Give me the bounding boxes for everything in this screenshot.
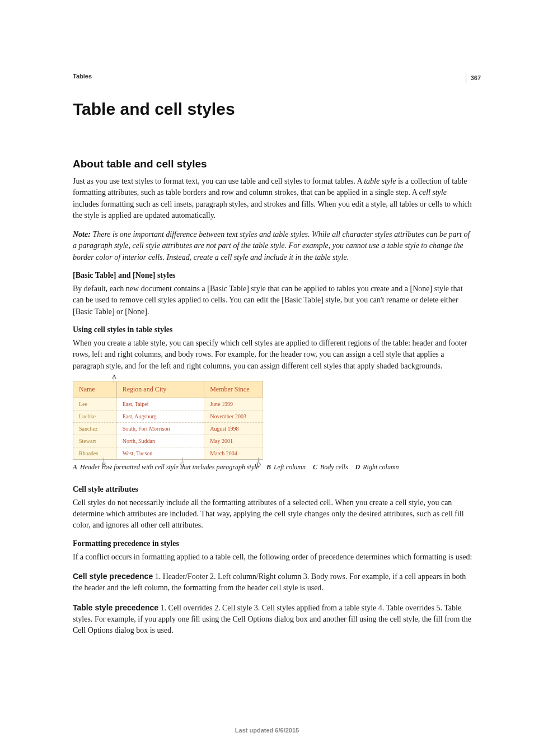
- caption-a-label: A: [73, 463, 77, 471]
- cell-region: West, Tucson: [116, 447, 204, 459]
- figure-tick-a: [114, 379, 114, 383]
- cell-name: Luebke: [73, 410, 117, 422]
- caption-d-text: Right column: [363, 463, 399, 471]
- note-paragraph: Note: There is one important difference …: [73, 229, 472, 263]
- intro-pre: Just as you use text styles to format te…: [73, 177, 364, 185]
- caption-a-text: Header row formatted with cell style tha…: [80, 463, 259, 471]
- table-row: Luebke East, Augsburg November 2003: [73, 410, 263, 422]
- cell-member: June 1999: [204, 398, 263, 410]
- subhead-using-cell-styles: Using cell styles in table styles: [73, 325, 472, 334]
- table-row: Sanchez South, Fort Morrison August 1998: [73, 422, 263, 435]
- sample-th-member: Member Since: [204, 381, 263, 398]
- footer-last-updated: Last updated 6/6/2015: [0, 727, 534, 734]
- cell-name: Stewart: [73, 435, 117, 447]
- cell-style-precedence-label: Cell style precedence: [73, 572, 153, 581]
- page-number: 367: [466, 73, 481, 83]
- cell-region: South, Fort Morrison: [116, 422, 204, 435]
- subhead-basic-table: [Basic Table] and [None] styles: [73, 271, 472, 280]
- caption-c-text: Body cells: [320, 463, 348, 471]
- cell-name: Rhoades: [73, 447, 117, 459]
- subhead-formatting-precedence: Formatting precedence in styles: [73, 539, 472, 548]
- caption-b-label: B: [266, 463, 271, 471]
- body-using-cell-styles: When you create a table style, you can s…: [73, 338, 472, 372]
- figure-caption: A Header row formatted with cell style t…: [73, 463, 472, 472]
- note-text: There is one important difference betwee…: [73, 230, 470, 262]
- page: 367 Tables Table and cell styles About t…: [0, 0, 534, 756]
- cell-style-precedence: Cell style precedence 1. Header/Footer 2…: [73, 571, 472, 594]
- section-heading: About table and cell styles: [73, 158, 472, 170]
- sample-table: Name Region and City Member Since Lee Ea…: [73, 381, 263, 460]
- intro-term2: cell style: [419, 188, 447, 197]
- figure-mark-c: C: [180, 461, 184, 468]
- table-row: Lee East, Taipei June 1999: [73, 398, 263, 410]
- cell-region: East, Taipei: [116, 398, 204, 410]
- body-cell-style-attributes: Cell styles do not necessarily include a…: [73, 497, 472, 531]
- cell-region: North, Suddan: [116, 435, 204, 447]
- cell-name: Sanchez: [73, 422, 117, 435]
- sample-th-name: Name: [73, 381, 117, 398]
- intro-post: includes formatting such as cell insets,…: [73, 200, 472, 220]
- breadcrumb: Tables: [73, 73, 472, 80]
- table-style-precedence-label: Table style precedence: [73, 603, 158, 612]
- page-title: Table and cell styles: [73, 100, 472, 119]
- caption-c-label: C: [313, 463, 317, 471]
- note-label: Note:: [73, 230, 91, 239]
- sample-th-region: Region and City: [116, 381, 204, 398]
- body-basic-table: By default, each new document contains a…: [73, 283, 472, 318]
- caption-b-text: Left column: [274, 463, 306, 471]
- intro-paragraph: Just as you use text styles to format te…: [73, 176, 472, 221]
- sample-header-row: Name Region and City Member Since: [73, 381, 263, 398]
- cell-member: May 2001: [204, 435, 263, 447]
- cell-member: August 1998: [204, 422, 263, 435]
- caption-d-label: D: [355, 463, 360, 471]
- subhead-cell-style-attributes: Cell style attributes: [73, 485, 472, 494]
- intro-term1: table style: [364, 177, 396, 185]
- table-row: Rhoades West, Tucson March 2004: [73, 447, 263, 459]
- table-row: Stewart North, Suddan May 2001: [73, 435, 263, 447]
- table-style-precedence: Table style precedence 1. Cell overrides…: [73, 602, 472, 637]
- cell-member: March 2004: [204, 447, 263, 459]
- figure-table-sample: A Name Region and City Member Since Lee …: [73, 381, 263, 460]
- figure-mark-b: B: [102, 461, 106, 468]
- cell-name: Lee: [73, 398, 117, 410]
- body-formatting-precedence: If a conflict occurs in formatting appli…: [73, 552, 472, 563]
- cell-region: East, Augsburg: [116, 410, 204, 422]
- cell-member: November 2003: [204, 410, 263, 422]
- figure-mark-d: D: [256, 461, 261, 468]
